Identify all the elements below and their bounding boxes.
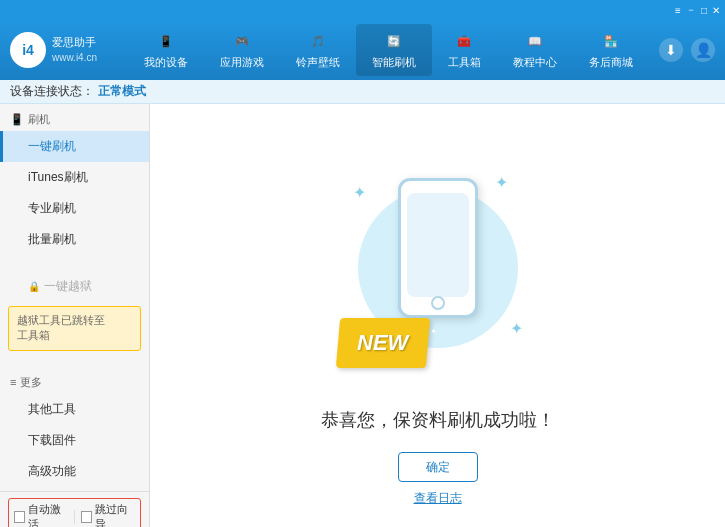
stars-left: ✦✦ (324, 327, 339, 336)
my-device-icon: 📱 (152, 30, 180, 52)
time-activate-check[interactable] (81, 511, 92, 523)
tutorials-icon: 📖 (521, 30, 549, 52)
sparkle-icon-3: ✦ (510, 319, 523, 338)
breadcrumb-bar: 设备连接状态： 正常模式 (0, 80, 725, 104)
auto-activate-row: 自动激活 跳过向导 (8, 498, 141, 527)
nav-apps-games[interactable]: 🎮 应用游戏 (204, 24, 280, 76)
view-log-link[interactable]: 查看日志 (414, 490, 462, 507)
sparkle-icon-1: ✦ (353, 183, 366, 202)
time-activate-checkbox[interactable]: 跳过向导 (81, 502, 135, 527)
more-group-icon: ≡ (10, 376, 16, 388)
apps-icon: 🎮 (228, 30, 256, 52)
main-layout: 📱 刷机 一键刷机 iTunes刷机 专业刷机 批量刷机 🔒 一键越狱 (0, 104, 725, 527)
logo-text: 爱思助手 www.i4.cn (52, 35, 97, 64)
phone-illustration: ✦ ✦ ✦ ✦✦ NEW ✦ (348, 168, 528, 388)
breadcrumb-status: 正常模式 (98, 83, 146, 100)
minimize-icon[interactable]: － (686, 3, 696, 17)
illustration-phone-body (398, 178, 478, 318)
jailbreak-notice: 越狱工具已跳转至工具箱 (8, 306, 141, 351)
more-group-label: ≡ 更多 (0, 371, 149, 394)
breadcrumb-prefix: 设备连接状态： (10, 83, 94, 100)
sparkle-icon-2: ✦ (495, 173, 508, 192)
lock-icon: 🔒 (28, 281, 40, 292)
sidebar-jailbreak-section: 🔒 一键越狱 越狱工具已跳转至工具箱 (0, 267, 149, 359)
nav-toolbox[interactable]: 🧰 工具箱 (432, 24, 497, 76)
sidebar-one-key-flash[interactable]: 一键刷机 (0, 131, 149, 162)
window-controls-bar: ≡ － □ ✕ (0, 0, 725, 20)
user-button[interactable]: 👤 (691, 38, 715, 62)
sidebar-jailbreak-label: 🔒 一键越狱 (0, 271, 149, 302)
nav-ringtones[interactable]: 🎵 铃声壁纸 (280, 24, 356, 76)
new-text: NEW (357, 330, 408, 356)
ringtones-icon: 🎵 (304, 30, 332, 52)
toolbox-icon: 🧰 (450, 30, 478, 52)
sidebar-advanced[interactable]: 高级功能 (0, 456, 149, 487)
sidebar-device-bottom: 自动激活 跳过向导 📱 iPhone 15 Pro Max 512GB iPho… (0, 491, 149, 527)
close-icon[interactable]: ✕ (712, 5, 720, 16)
sidebar-other-tools[interactable]: 其他工具 (0, 394, 149, 425)
sidebar-flash-section: 📱 刷机 一键刷机 iTunes刷机 专业刷机 批量刷机 (0, 104, 149, 259)
illustration-phone-home (431, 296, 445, 310)
sidebar-download-firmware[interactable]: 下载固件 (0, 425, 149, 456)
auto-activate-label: 自动激活 (28, 502, 68, 527)
auto-activate-check[interactable] (14, 511, 25, 523)
logo-icon: i4 (10, 32, 46, 68)
sidebar-itunes-flash[interactable]: iTunes刷机 (0, 162, 149, 193)
logo-area: i4 爱思助手 www.i4.cn (10, 32, 97, 68)
header: i4 爱思助手 www.i4.cn 📱 我的设备 🎮 应用游戏 🎵 铃声壁纸 🔄… (0, 20, 725, 80)
sidebar-more-section: ≡ 更多 其他工具 下载固件 高级功能 (0, 367, 149, 491)
nav-my-device[interactable]: 📱 我的设备 (128, 24, 204, 76)
sidebar-batch-flash[interactable]: 批量刷机 (0, 224, 149, 255)
illustration-phone-screen (407, 193, 469, 297)
confirm-button[interactable]: 确定 (398, 452, 478, 482)
wifi-icon: ≡ (675, 5, 681, 16)
sidebar-pro-flash[interactable]: 专业刷机 (0, 193, 149, 224)
new-badge: ✦✦ NEW ✦ (335, 318, 429, 368)
nav-smart-flash[interactable]: 🔄 智能刷机 (356, 24, 432, 76)
success-message: 恭喜您，保资料刷机成功啦！ (321, 408, 555, 432)
auto-activate-checkbox[interactable]: 自动激活 (14, 502, 68, 527)
maximize-icon[interactable]: □ (701, 5, 707, 16)
nav-service[interactable]: 🏪 务后商城 (573, 24, 649, 76)
device-bottom-panel: 自动激活 跳过向导 📱 iPhone 15 Pro Max 512GB iPho… (0, 491, 149, 527)
time-activate-label: 跳过向导 (95, 502, 135, 527)
main-content: ✦ ✦ ✦ ✦✦ NEW ✦ 恭喜您，保资料刷机成功啦！ 确定 查看日志 (150, 104, 725, 527)
sidebar: 📱 刷机 一键刷机 iTunes刷机 专业刷机 批量刷机 🔒 一键越狱 (0, 104, 150, 527)
stars-right: ✦ (429, 327, 437, 336)
flash-group-label: 📱 刷机 (0, 108, 149, 131)
smart-flash-icon: 🔄 (380, 30, 408, 52)
checkbox-divider (74, 510, 75, 524)
nav-tutorials[interactable]: 📖 教程中心 (497, 24, 573, 76)
header-right: ⬇ 👤 (659, 38, 715, 62)
service-icon: 🏪 (597, 30, 625, 52)
download-button[interactable]: ⬇ (659, 38, 683, 62)
flash-group-icon: 📱 (10, 113, 24, 126)
nav-bar: 📱 我的设备 🎮 应用游戏 🎵 铃声壁纸 🔄 智能刷机 🧰 工具箱 📖 教程中心… (117, 24, 659, 76)
